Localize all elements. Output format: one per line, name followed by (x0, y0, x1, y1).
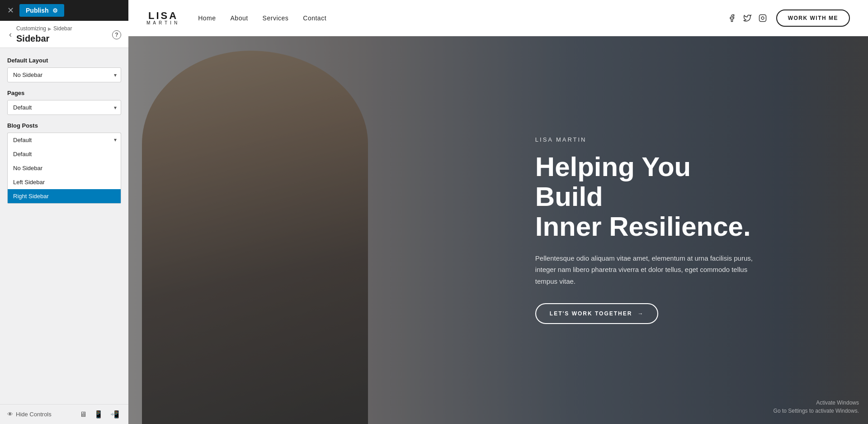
pages-select[interactable]: Default (7, 100, 121, 115)
eye-icon: 👁 (7, 411, 13, 418)
publish-label: Publish (26, 7, 49, 14)
publish-button[interactable]: Publish ⚙ (19, 4, 64, 17)
tablet-view-button[interactable]: 📱 (92, 409, 105, 419)
arrow-right-icon: → (637, 310, 644, 317)
close-button[interactable]: ✕ (5, 5, 16, 16)
logo-top: LISA (148, 11, 178, 21)
activate-windows-line2: Go to Settings to activate Windows. (774, 407, 859, 415)
facebook-icon[interactable] (727, 14, 736, 23)
top-bar: ✕ Publish ⚙ (0, 0, 128, 21)
gear-icon: ⚙ (52, 7, 58, 14)
mobile-view-button[interactable]: 📲 (108, 409, 121, 419)
default-layout-select-wrapper: No Sidebar ▾ (7, 67, 121, 82)
nav-social (727, 14, 767, 23)
panel-content: Default Layout No Sidebar ▾ Pages Defaul… (0, 48, 128, 404)
pages-select-wrapper: Default ▾ (7, 100, 121, 115)
hero-subtext: Pellentesque odio aliquam vitae amet, el… (535, 252, 761, 287)
breadcrumb: Customizing ▶ Sidebar (16, 25, 72, 32)
hero-author: LISA MARTIN (535, 136, 761, 143)
bottom-bar: 👁 Hide Controls 🖥 📱 📲 (0, 404, 128, 424)
breadcrumb-separator: ▶ (48, 26, 52, 31)
pages-label: Pages (7, 90, 121, 96)
default-layout-label: Default Layout (7, 57, 121, 64)
blog-posts-dropdown: Default ▾ Default No Sidebar Left Sideba… (7, 133, 121, 147)
dropdown-option-right-sidebar[interactable]: Right Sidebar (8, 189, 121, 203)
activate-windows-line1: Activate Windows (774, 399, 859, 407)
website-preview: LISA MARTIN Home About Services Contact (128, 0, 868, 424)
blog-posts-dropdown-list: Default No Sidebar Left Sidebar Right Si… (7, 147, 121, 204)
nav-cta-button[interactable]: WORK WITH ME (776, 10, 850, 27)
hide-controls-button[interactable]: 👁 Hide Controls (7, 411, 52, 418)
dropdown-option-left-sidebar[interactable]: Left Sidebar (8, 175, 121, 189)
nav-services[interactable]: Services (263, 14, 289, 22)
hide-controls-label: Hide Controls (16, 411, 52, 418)
blog-posts-select-wrapper: Default ▾ (7, 133, 121, 147)
back-button[interactable]: ‹ (7, 28, 14, 41)
default-layout-select[interactable]: No Sidebar (7, 67, 121, 82)
nav-links: Home About Services Contact (198, 14, 727, 22)
preview-area: LISA MARTIN Home About Services Contact (128, 0, 868, 424)
logo-bottom: MARTIN (146, 21, 180, 25)
twitter-icon[interactable] (743, 14, 752, 23)
hero-cta-button[interactable]: LET'S WORK TOGETHER → (535, 303, 659, 324)
site-nav: LISA MARTIN Home About Services Contact (128, 0, 868, 36)
site-logo: LISA MARTIN (146, 11, 180, 25)
hero-cta-label: LET'S WORK TOGETHER (550, 310, 632, 317)
instagram-icon[interactable] (758, 14, 767, 23)
hero-heading-line1: Helping You Build (535, 152, 691, 212)
nav-contact[interactable]: Contact (303, 14, 326, 22)
nav-home[interactable]: Home (198, 14, 216, 22)
dropdown-option-default[interactable]: Default (8, 147, 121, 161)
blog-posts-select[interactable]: Default (7, 133, 121, 147)
help-icon[interactable]: ? (112, 30, 121, 39)
hero-text-block: LISA MARTIN Helping You Build Inner Resi… (535, 136, 761, 324)
customizer-panel: ✕ Publish ⚙ ‹ Customizing ▶ Sidebar Side… (0, 0, 128, 424)
view-icons: 🖥 📱 📲 (78, 409, 121, 419)
nav-about[interactable]: About (231, 14, 248, 22)
hero-content: LISA MARTIN Helping You Build Inner Resi… (128, 36, 868, 424)
hero-heading-line2: Inner Resilience. (535, 211, 751, 242)
desktop-view-button[interactable]: 🖥 (78, 409, 89, 419)
panel-title: Sidebar (16, 33, 72, 44)
dropdown-option-no-sidebar[interactable]: No Sidebar (8, 161, 121, 175)
blog-posts-label: Blog Posts (7, 122, 121, 129)
breadcrumb-bar: ‹ Customizing ▶ Sidebar Sidebar ? (0, 21, 128, 48)
activate-windows-notice: Activate Windows Go to Settings to activ… (774, 399, 859, 415)
hero-heading: Helping You Build Inner Resilience. (535, 152, 761, 242)
svg-rect-0 (759, 15, 766, 22)
